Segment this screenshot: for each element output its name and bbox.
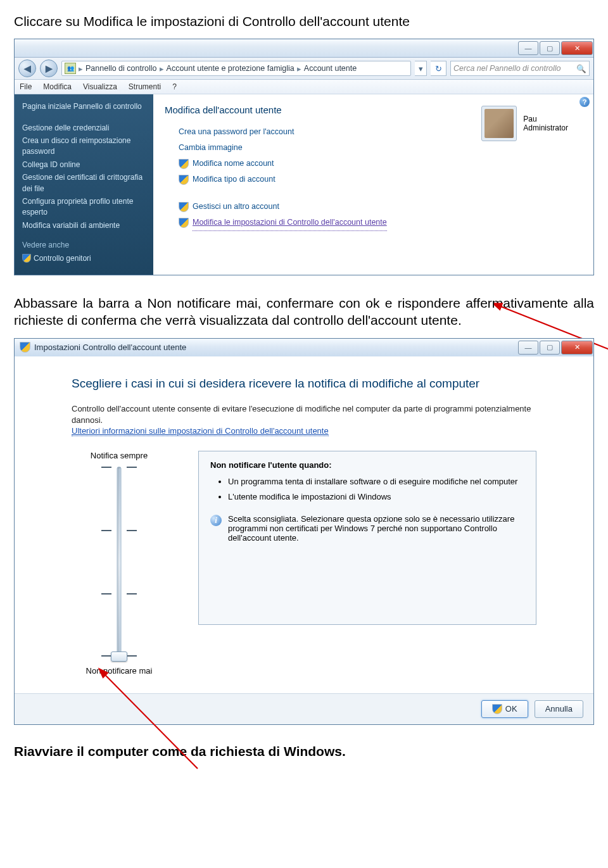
- maximize-button[interactable]: ▢: [540, 341, 560, 355]
- forward-button[interactable]: ▶: [40, 60, 58, 77]
- slider-thumb[interactable]: [111, 651, 127, 662]
- window-title: Impostazioni Controllo dell'account uten…: [34, 343, 186, 352]
- window-titlebar: Impostazioni Controllo dell'account uten…: [15, 339, 593, 356]
- uac-slider[interactable]: [94, 467, 144, 660]
- shield-icon: [179, 159, 189, 169]
- shield-icon: [179, 202, 189, 212]
- sidebar-id-online[interactable]: Collega ID online: [22, 160, 146, 170]
- panel-bullet: Un programma tenta di installare softwar…: [228, 476, 524, 487]
- link-label: Modifica nome account: [193, 156, 274, 172]
- link-label: Crea una password per l'account: [179, 124, 294, 140]
- slider-top-label: Notifica sempre: [72, 451, 167, 460]
- link-label: Cambia immagine: [179, 140, 243, 156]
- chevron-right-icon: ▸: [79, 64, 83, 73]
- cancel-button[interactable]: Annulla: [535, 700, 583, 718]
- info-icon: i: [210, 515, 222, 526]
- menu-modifica[interactable]: Modifica: [43, 82, 72, 91]
- avatar[interactable]: [481, 106, 517, 141]
- shield-icon: [20, 342, 30, 353]
- back-button[interactable]: ◀: [18, 60, 36, 77]
- chevron-right-icon: ▸: [160, 64, 164, 73]
- link-manage-another[interactable]: Gestisci un altro account: [179, 199, 582, 215]
- help-icon[interactable]: ?: [580, 97, 590, 107]
- link-label: Modifica le impostazioni di Controllo de…: [193, 215, 387, 231]
- uac-description: Controllo dell'account utente consente d…: [72, 403, 534, 426]
- sidebar-credentials[interactable]: Gestione delle credenziali: [22, 123, 146, 134]
- panel-info-text: Scelta sconsigliata. Selezionare questa …: [228, 514, 524, 543]
- sidebar-certificates[interactable]: Gestione dei certificati di crittografia…: [22, 172, 146, 194]
- user-role: Administrator: [523, 123, 568, 132]
- breadcrumb-seg-1[interactable]: Pannello di controllo: [86, 64, 157, 73]
- breadcrumb-dropdown[interactable]: ▾: [415, 61, 427, 76]
- link-change-type[interactable]: Modifica tipo di account: [179, 172, 582, 187]
- minimize-button[interactable]: —: [518, 41, 538, 55]
- sidebar-reset-disk[interactable]: Crea un disco di reimpostazione password: [22, 135, 146, 158]
- menu-visualizza[interactable]: Visualizza: [83, 82, 117, 91]
- link-change-picture[interactable]: Cambia immagine: [179, 140, 582, 156]
- maximize-button[interactable]: ▢: [540, 41, 560, 55]
- shield-icon: [22, 254, 31, 263]
- uac-settings-window: Impostazioni Controllo dell'account uten…: [14, 338, 594, 725]
- doc-paragraph-2: Abbassare la barra a Non notificare mai,…: [14, 294, 594, 329]
- main-pane: ? Modifica dell'account utente Crea una …: [153, 94, 593, 275]
- sidebar-parental-controls[interactable]: Controllo genitori: [22, 253, 146, 264]
- search-icon: 🔍: [576, 64, 586, 73]
- sidebar-see-also-heading: Vedere anche: [22, 240, 146, 251]
- shield-icon: [179, 218, 189, 228]
- uac-heading: Scegliere i casi in cui si desidera rice…: [72, 377, 536, 391]
- breadcrumb-seg-2[interactable]: Account utente e protezione famiglia: [167, 64, 294, 73]
- breadcrumb-seg-3[interactable]: Account utente: [304, 64, 357, 73]
- doc-paragraph-3: Riavviare il computer come da richiesta …: [14, 743, 594, 760]
- uac-detail-panel: Non notificare l'utente quando: Un progr…: [198, 451, 536, 625]
- panel-title: Non notificare l'utente quando:: [210, 460, 524, 470]
- shield-icon: [179, 175, 189, 185]
- sidebar: Pagina iniziale Pannello di controllo Ge…: [15, 94, 153, 275]
- menu-strumenti[interactable]: Strumenti: [129, 82, 161, 91]
- refresh-button[interactable]: ↻: [431, 61, 446, 76]
- close-button[interactable]: ✕: [561, 341, 593, 355]
- search-input[interactable]: Cerca nel Pannello di controllo 🔍: [450, 61, 590, 76]
- address-bar: ◀ ▶ 👥 ▸ Pannello di controllo ▸ Account …: [15, 58, 593, 80]
- current-user-box: Pau Administrator: [481, 106, 568, 141]
- slider-track: [117, 467, 122, 660]
- sidebar-env-vars[interactable]: Modifica variabili di ambiente: [22, 220, 146, 231]
- chevron-right-icon: ▸: [297, 64, 301, 73]
- search-placeholder: Cerca nel Pannello di controllo: [453, 64, 561, 73]
- doc-paragraph-1: Cliccare su Modifica le impostazioni di …: [14, 13, 594, 30]
- sidebar-profile[interactable]: Configura proprietà profilo utente esper…: [22, 196, 146, 218]
- sidebar-parental-label: Controllo genitori: [34, 253, 91, 264]
- button-bar: OK Annulla: [15, 693, 593, 724]
- user-name: Pau: [523, 115, 568, 123]
- link-label: Modifica tipo di account: [193, 172, 276, 187]
- control-panel-window: — ▢ ✕ ◀ ▶ 👥 ▸ Pannello di controllo ▸ Ac…: [14, 39, 594, 275]
- link-label: Gestisci un altro account: [193, 199, 279, 215]
- panel-bullet: L'utente modifica le impostazioni di Win…: [228, 491, 524, 503]
- breadcrumb[interactable]: 👥 ▸ Pannello di controllo ▸ Account uten…: [61, 61, 411, 76]
- sidebar-home[interactable]: Pagina iniziale Pannello di controllo: [22, 101, 146, 112]
- uac-more-info-link[interactable]: Ulteriori informazioni sulle impostazion…: [72, 426, 329, 436]
- ok-button[interactable]: OK: [481, 700, 528, 718]
- link-uac-settings[interactable]: Modifica le impostazioni di Controllo de…: [179, 215, 582, 231]
- shield-icon: [492, 704, 502, 714]
- minimize-button[interactable]: —: [518, 341, 538, 355]
- menu-file[interactable]: File: [20, 82, 32, 91]
- button-label: OK: [505, 704, 517, 714]
- close-button[interactable]: ✕: [561, 41, 593, 55]
- slider-bottom-label: Non notificare mai: [72, 666, 167, 676]
- link-change-name[interactable]: Modifica nome account: [179, 156, 582, 172]
- menu-help[interactable]: ?: [172, 82, 177, 91]
- menu-bar: File Modifica Visualizza Strumenti ?: [15, 80, 593, 94]
- button-label: Annulla: [545, 704, 573, 714]
- user-accounts-icon: 👥: [65, 63, 76, 74]
- window-titlebar: — ▢ ✕: [15, 39, 593, 58]
